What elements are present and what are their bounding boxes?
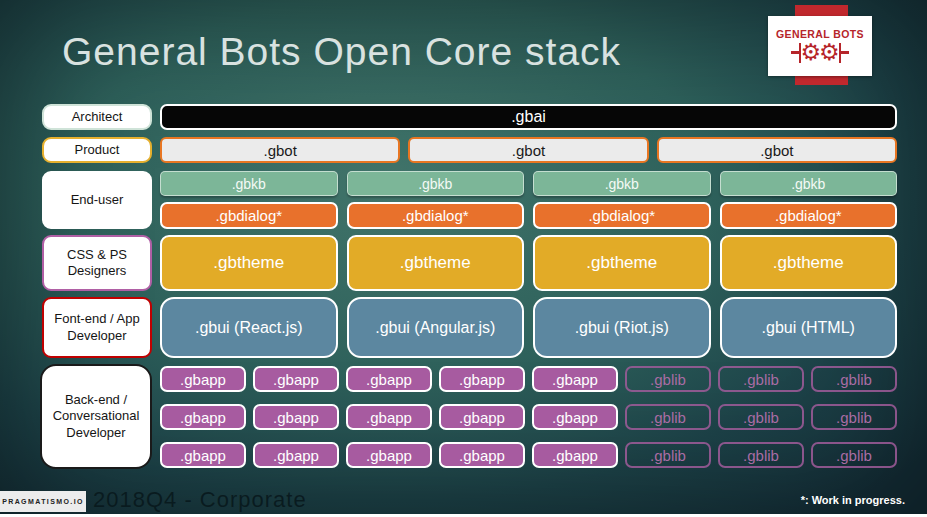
- gbot-box: .gbot: [408, 137, 648, 163]
- role-label-end-user: End-user: [42, 171, 152, 229]
- footer-caption: 2018Q4 - Corporate: [93, 487, 307, 513]
- gbtheme-box: .gbtheme: [533, 235, 711, 291]
- gblib-box: .gblib: [625, 442, 711, 468]
- gblib-box: .gblib: [625, 404, 711, 430]
- logo-line: [841, 51, 849, 54]
- gbai-bar: .gbai: [160, 104, 897, 130]
- gblib-box: .gblib: [718, 442, 804, 468]
- gblib-box: .gblib: [811, 442, 897, 468]
- gblib-box: .gblib: [811, 366, 897, 392]
- gbui-angular-box: .gbui (Angular.js): [347, 297, 525, 358]
- gbui-row: .gbui (React.js) .gbui (Angular.js) .gbu…: [160, 297, 897, 358]
- gbui-react-box: .gbui (React.js): [160, 297, 338, 358]
- gblib-box: .gblib: [718, 366, 804, 392]
- gbot-box: .gbot: [160, 137, 400, 163]
- gbkb-box: .gbkb: [347, 171, 525, 196]
- gbapp-row: .gbapp .gbapp .gbapp .gbapp .gbapp .gbli…: [160, 404, 897, 430]
- gbapp-box: .gbapp: [439, 404, 525, 430]
- general-bots-logo: GENERAL BOTS ⚙⚙: [768, 16, 872, 76]
- gbapp-box: .gbapp: [160, 366, 246, 392]
- gblib-box: .gblib: [625, 366, 711, 392]
- gbkb-box: .gbkb: [720, 171, 898, 196]
- gbui-riot-box: .gbui (Riot.js): [533, 297, 711, 358]
- gbapp-box: .gbapp: [346, 366, 432, 392]
- gbapp-box: .gbapp: [253, 366, 339, 392]
- gbdialog-box: .gbdialog*: [160, 202, 338, 229]
- gbdialog-box: .gbdialog*: [533, 202, 711, 229]
- role-label-backend-developer: Back-end / Conversational Developer: [40, 364, 152, 469]
- gbdialog-box: .gbdialog*: [720, 202, 898, 229]
- gear-icon: ⚙: [819, 41, 840, 64]
- gbapp-row: .gbapp .gbapp .gbapp .gbapp .gbapp .gbli…: [160, 442, 897, 468]
- gbkb-box: .gbkb: [533, 171, 711, 196]
- gbapp-row: .gbapp .gbapp .gbapp .gbapp .gbapp .gbli…: [160, 366, 897, 392]
- gblib-box: .gblib: [718, 404, 804, 430]
- gbkb-row: .gbkb .gbkb .gbkb .gbkb: [160, 171, 897, 196]
- gbtheme-box: .gbtheme: [347, 235, 525, 291]
- gbui-html-box: .gbui (HTML): [720, 297, 898, 358]
- gbapp-box: .gbapp: [346, 442, 432, 468]
- slide-canvas: General Bots Open Core stack GENERAL BOT…: [0, 0, 927, 517]
- gbapp-box: .gbapp: [532, 366, 618, 392]
- slide-title: General Bots Open Core stack: [62, 30, 621, 74]
- gbdialog-box: .gbdialog*: [347, 202, 525, 229]
- pragmatismo-badge: PRAGMATISMO.IO: [0, 491, 86, 512]
- gblib-box: .gblib: [811, 404, 897, 430]
- gbapp-box: .gbapp: [253, 404, 339, 430]
- gbtheme-box: .gbtheme: [160, 235, 338, 291]
- gbapp-box: .gbapp: [346, 404, 432, 430]
- gear-icon: ⚙: [800, 41, 821, 64]
- product-row: .gbot .gbot .gbot: [160, 137, 897, 163]
- logo-line: [791, 51, 799, 54]
- gbapp-box: .gbapp: [253, 442, 339, 468]
- gbkb-box: .gbkb: [160, 171, 338, 196]
- gbapp-box: .gbapp: [439, 366, 525, 392]
- gbapp-box: .gbapp: [160, 404, 246, 430]
- role-label-frontend-developer: Font-end / App Developer: [42, 297, 152, 358]
- gears-logo-icon: ⚙⚙: [791, 41, 849, 64]
- gbapp-box: .gbapp: [160, 442, 246, 468]
- gbot-box: .gbot: [657, 137, 897, 163]
- role-label-architect: Architect: [42, 104, 152, 130]
- role-label-designers: CSS & PS Designers: [42, 235, 152, 291]
- gbapp-box: .gbapp: [532, 442, 618, 468]
- gbtheme-box: .gbtheme: [720, 235, 898, 291]
- work-in-progress-note: *: Work in progress.: [801, 494, 905, 506]
- gbtheme-row: .gbtheme .gbtheme .gbtheme .gbtheme: [160, 235, 897, 291]
- gbapp-box: .gbapp: [532, 404, 618, 430]
- gbapp-box: .gbapp: [439, 442, 525, 468]
- role-label-product: Product: [42, 137, 152, 163]
- gbdialog-row: .gbdialog* .gbdialog* .gbdialog* .gbdial…: [160, 202, 897, 229]
